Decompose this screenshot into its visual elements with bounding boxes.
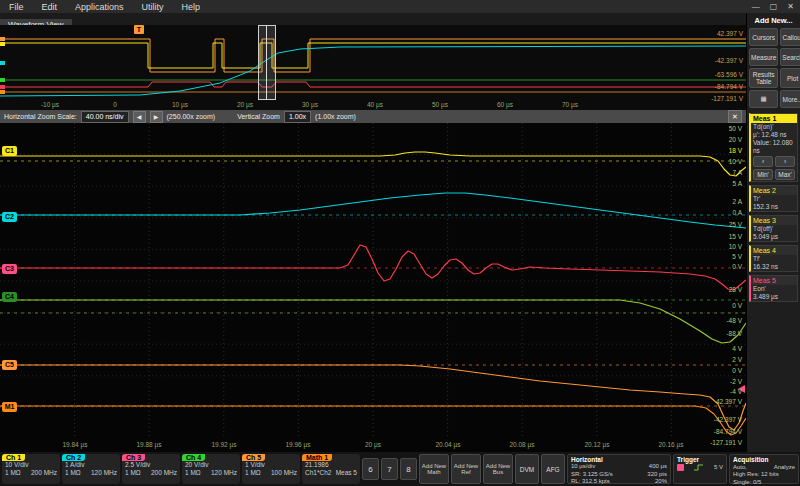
channel-settings-math1[interactable]: Math 121.1986Ch1*Ch2Meas 5 [302,454,360,484]
channel-bandwidth: 200 MHz [151,469,177,477]
meas-next-button[interactable]: › [775,156,795,167]
settings-bar: Ch 110 V/div1 MΩ200 MHzCh 21 A/div1 MΩ12… [0,452,800,486]
results-table-button[interactable]: Results Table [749,68,778,88]
measure-button[interactable]: Measure [749,48,778,66]
acquisition-panel[interactable]: Acquisition Auto, Analyze High Res: 12 b… [729,454,799,484]
callout-button[interactable]: Callout [780,28,800,46]
meas-value: Tr' [751,195,797,203]
meas-badge-1[interactable]: Meas 1Td(on)'µ': 12.48 nsValue: 12.080 n… [749,113,798,182]
trigger-title: Trigger [677,456,699,463]
channel-marker [0,90,5,94]
menu-help[interactable]: Help [173,2,210,12]
dvm-button[interactable]: DVM [515,454,539,484]
horizontal-window: 400 µs [649,463,667,471]
scale-label: -42.397 V [714,416,742,423]
vertical-zoom-value[interactable]: 1.00x [284,111,311,123]
scale-label: 10 V [729,158,742,165]
scale-label: -84.794 V [714,428,742,435]
meas-badge-4[interactable]: Meas 4Tf'16.32 ns [749,245,798,272]
afg-button[interactable]: AFG [541,454,565,484]
channel-impedance: 1 MΩ [5,469,21,477]
channel-badge-c1[interactable]: C1 [2,146,17,156]
plot-icon-button[interactable]: ▦ [749,90,778,108]
channel-name: Ch 4 [182,454,205,461]
overview-waveform-strip[interactable]: T -10 µs010 µs20 µs30 µs40 µs50 µs60 µs7… [0,25,746,111]
trigger-position-flag[interactable]: T [134,25,144,34]
zoom-selection-box[interactable] [258,25,276,100]
meas-max-button[interactable]: Max' [775,169,795,180]
digital-channel-8-button[interactable]: 8 [400,458,417,480]
scale-label: 0 V [732,367,742,374]
record-length: RL: 312.5 kpts [571,478,610,486]
add-new-bus-button[interactable]: Add New Bus [483,454,513,484]
channel-badge-c4[interactable]: C4 [2,292,17,302]
scale-label: 5 A [733,180,742,187]
more--button[interactable]: More... [780,90,800,108]
scale-label: -127.191 V [710,439,742,446]
cursors-button[interactable]: Cursors [749,28,778,46]
trigger-level: 5 V [714,464,723,472]
axis-label: 0 [113,101,117,108]
meas-badge-2[interactable]: Meas 2Tr'152.3 ns [749,185,798,212]
menu-edit[interactable]: Edit [33,2,67,12]
channel-impedance: 1 MΩ [125,469,141,477]
axis-label: 20.08 µs [509,441,534,448]
overview-traces [0,25,746,100]
channel-badge-c5[interactable]: C5 [2,360,17,370]
meas-value: 5.049 µs [751,233,797,241]
zoom-increase-button[interactable]: ▶ [150,111,163,123]
vertical-zoom-factor: (1.00x zoom) [315,113,356,120]
maximize-icon[interactable]: ▢ [770,2,778,11]
channel-settings-ch2[interactable]: Ch 21 A/div1 MΩ120 MHz [62,454,120,484]
search-button[interactable]: Search [780,48,800,66]
waveform-graticule[interactable]: C1C2C3C4C5M1 19.84 µs19.88 µs19.92 µs19.… [0,123,746,452]
meas-badge-3[interactable]: Meas 3Td(off)'5.049 µs [749,215,798,242]
meas-value: 152.3 ns [751,203,797,211]
channel-name: Ch 1 [2,454,25,461]
rising-edge-icon [694,463,704,472]
meas-min-button[interactable]: Min' [753,169,773,180]
scale-label: -42.397 V [715,57,743,64]
trigger-panel[interactable]: Trigger 5 V [673,454,727,484]
digital-channel-6-button[interactable]: 6 [362,458,379,480]
zoom-close-icon[interactable]: ✕ [728,110,742,123]
meas-value: 3.489 µs [751,293,797,301]
channel-settings-ch4[interactable]: Ch 420 V/div1 MΩ120 MHz [182,454,240,484]
zoom-center-line [266,25,267,100]
channel-badge-m1[interactable]: M1 [2,402,17,412]
channel-settings-ch3[interactable]: Ch 32.5 V/div1 MΩ200 MHz [122,454,180,484]
digital-channel-7-button[interactable]: 7 [381,458,398,480]
scale-label: 10 V [729,243,742,250]
acquisition-mode: Auto, [733,464,747,472]
channel-impedance: 1 MΩ [65,469,81,477]
meas-badge-5[interactable]: Meas 5Eon'3.489 µs [749,275,798,302]
add-new-ref-button[interactable]: Add New Ref [451,454,481,484]
zoom-decrease-button[interactable]: ◀ [133,111,146,123]
menu-file[interactable]: File [0,2,33,12]
axis-label: 20 µs [365,441,381,448]
menu-utility[interactable]: Utility [133,2,173,12]
acquisition-single: Single: 0/5 [733,479,761,486]
channel-settings-ch1[interactable]: Ch 110 V/div1 MΩ200 MHz [2,454,60,484]
channel-name: Ch 3 [122,454,145,461]
meas-value: 16.32 ns [751,263,797,271]
channel-name: Ch 2 [62,454,85,461]
horizontal-panel[interactable]: Horizontal 10 µs/div 400 µs SR: 3.125 GS… [567,454,671,484]
close-icon[interactable]: ✕ [787,2,794,11]
meas-prev-button[interactable]: ‹ [753,156,773,167]
scale-label: 0 V [732,302,742,309]
horizontal-zoom-scale-value[interactable]: 40.00 ns/div [81,111,129,123]
axis-label: 50 µs [432,101,448,108]
menu-applications[interactable]: Applications [66,2,133,12]
meas-title: Meas 1 [751,114,797,123]
add-new-math-button[interactable]: Add New Math [419,454,449,484]
axis-label: 30 µs [302,101,318,108]
channel-badge-c2[interactable]: C2 [2,212,17,222]
axis-label: 20.12 µs [584,441,609,448]
meas-value: Td(off)' [751,225,797,233]
plot-button[interactable]: Plot [780,68,800,88]
channel-settings-ch5[interactable]: Ch 51 V/div1 MΩ100 MHz [242,454,300,484]
channel-badge-c3[interactable]: C3 [2,264,17,274]
scale-label: -63.596 V [715,71,743,78]
minimize-icon[interactable]: — [752,2,760,11]
